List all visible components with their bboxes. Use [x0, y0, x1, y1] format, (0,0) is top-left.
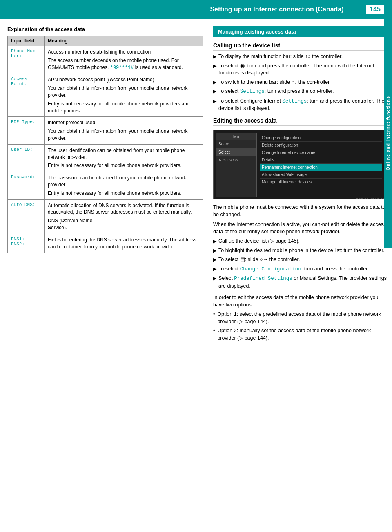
options-intro: In order to edit the access data of the … — [213, 294, 388, 308]
body-text-1: The mobile phone must be connected with … — [213, 203, 388, 218]
page-container: Setting up an Internet connection (Canad… — [0, 0, 392, 348]
explanation-table: Input field Meaning Phone Num- ber:Acces… — [7, 36, 203, 253]
screenshot-item-2: Change Internet device name — [260, 149, 382, 156]
editing-bullet-1: ▶To highlight the desired mobile phone i… — [213, 247, 388, 255]
screenshot-area: Ma Searc Select ➤ ¼ LG Op Change configu… — [213, 130, 388, 199]
table-meaning-1: APN network access point ((Access Point … — [45, 74, 203, 117]
calling-up-title: Calling up the device list — [213, 42, 388, 51]
calling-up-list: ▶To display the main function bar: slide… — [213, 53, 388, 112]
screenshot-right-panel: Change configurationDelete configuration… — [257, 133, 385, 197]
table-meaning-4: The password can be obtained from your m… — [45, 172, 203, 199]
editing-bullets-list: ▶Call up the device list (▷ page 145).▶T… — [213, 238, 388, 290]
option-item-0: •Option 1: select the predefined access … — [213, 311, 388, 325]
editing-bullet-2: ▶To select ▤: slide ○→ the controller. — [213, 256, 388, 264]
screenshot-item-0: Change configuration — [260, 134, 382, 142]
screenshot-caption: P83.89-1512-31 — [216, 198, 385, 199]
table-meaning-5: Automatic allocation of DNS servers is a… — [45, 199, 203, 234]
options-list: •Option 1: select the predefined access … — [213, 311, 388, 342]
screenshot-item-6: Manage all Internet devices — [260, 179, 382, 186]
table-field-4: Password: — [8, 172, 45, 199]
screenshot-item-1: Delete configuration — [260, 142, 382, 149]
screenshot-item-3: Details — [260, 156, 382, 164]
left-column: Explanation of the access data Input fie… — [7, 26, 203, 344]
managing-header: Managing existing access data — [213, 26, 388, 37]
table-field-5: Auto DNS: — [8, 199, 45, 234]
content-wrapper: Explanation of the access data Input fie… — [0, 19, 392, 348]
screenshot-left-panel: Ma Searc Select ➤ ¼ LG Op — [216, 133, 257, 197]
sidebar-label: Online and Internet functions — [385, 96, 390, 170]
table-meaning-6: Fields for entering the DNS server addre… — [45, 234, 203, 253]
section-heading: Explanation of the access data — [7, 26, 203, 32]
option-item-1: •Option 2: manually set the access data … — [213, 327, 388, 342]
col-input-field: Input field — [8, 36, 45, 46]
table-field-0: Phone Num- ber: — [8, 46, 45, 74]
screenshot-device: ➤ ¼ LG Op — [216, 156, 256, 164]
header-bar: Setting up an Internet connection (Canad… — [0, 0, 392, 19]
screenshot-item-4: Permanent Internet connection — [260, 164, 382, 171]
header-title: Setting up an Internet connection (Canad… — [187, 6, 367, 13]
screenshot-logo: Ma — [216, 133, 256, 140]
table-field-2: PDP Type: — [8, 117, 45, 144]
table-field-6: DNS1: DNS2: — [8, 234, 45, 253]
editing-bullet-0: ▶Call up the device list (▷ page 145). — [213, 238, 388, 245]
calling-item-0: ▶To display the main function bar: slide… — [213, 53, 388, 60]
table-meaning-2: Internet protocol used.You can obtain th… — [45, 117, 203, 144]
screenshot-select: Select — [216, 148, 256, 156]
table-field-1: Access Point: — [8, 74, 45, 117]
screenshot-item-5: Allow shared WiFi usage — [260, 171, 382, 179]
calling-item-2: ▶To switch to the menu bar: slide ○↓ the… — [213, 79, 388, 86]
right-column: Managing existing access data Calling up… — [210, 26, 388, 344]
table-field-3: User ID: — [8, 144, 45, 172]
calling-item-1: ▶To select ◉: turn and press the control… — [213, 63, 388, 77]
col-meaning: Meaning — [45, 36, 203, 46]
table-meaning-3: The user identification can be obtained … — [45, 144, 203, 172]
editing-bullet-3: ▶To select Change Configuration: turn an… — [213, 266, 388, 273]
editing-title: Editing the access data — [213, 117, 388, 126]
editing-bullet-4: ▶Select Predefined Settings or Manual Se… — [213, 275, 388, 290]
page-number: 145 — [366, 5, 384, 14]
body-text-2: When the Internet connection is active, … — [213, 221, 388, 235]
screenshot-search: Searc — [216, 140, 256, 148]
table-meaning-0: Access number for estab-lishing the conn… — [45, 46, 203, 74]
calling-item-4: ▶To select Configure Internet Settings: … — [213, 98, 388, 112]
calling-item-3: ▶To select Settings: turn and press the … — [213, 88, 388, 96]
sidebar-accent: Online and Internet functions — [384, 19, 392, 248]
